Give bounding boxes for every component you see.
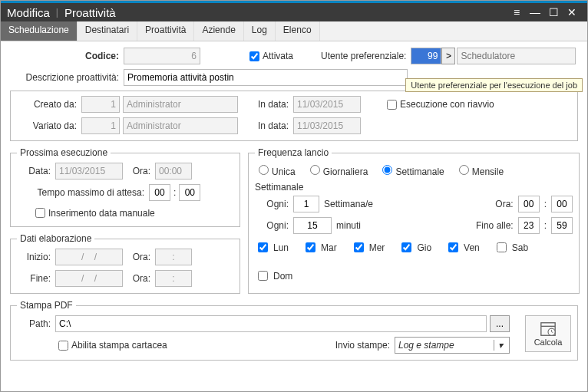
- label-tempo-massimo: Tempo massimo di attesa:: [17, 187, 149, 198]
- title-separator: |: [56, 7, 58, 18]
- menu-icon[interactable]: ≡: [507, 6, 526, 18]
- label-settimanale: Settimanale: [395, 166, 444, 177]
- field-tempo-h[interactable]: [149, 184, 170, 201]
- checkbox-dom[interactable]: [258, 271, 268, 281]
- field-ora-h[interactable]: [518, 196, 540, 212]
- checkbox-mar[interactable]: [306, 242, 315, 252]
- field-utente-pref[interactable]: [411, 48, 441, 64]
- field-fino-h[interactable]: [518, 217, 540, 234]
- checkbox-ven[interactable]: [448, 242, 458, 252]
- checkbox-mer[interactable]: [354, 242, 364, 252]
- radio-unica[interactable]: [259, 165, 269, 175]
- title-right: Proattività: [64, 6, 116, 19]
- label-path: Path:: [17, 318, 55, 329]
- checkbox-esecuzione-riavvio[interactable]: [387, 100, 397, 110]
- tab-proattivita[interactable]: Proattività: [137, 21, 194, 41]
- field-fine-ora[interactable]: [155, 270, 192, 287]
- field-schedulatore[interactable]: [457, 48, 576, 64]
- fieldset-audit: Creato da: In data: Esecuzione con riavv…: [10, 91, 578, 141]
- label-minuti: minuti: [332, 220, 361, 231]
- field-creato-id: [81, 96, 120, 113]
- lookup-utente-button[interactable]: >: [441, 48, 455, 64]
- label-codice: Codice:: [10, 51, 124, 61]
- checkbox-abilita-stampa[interactable]: [58, 341, 68, 351]
- field-variato-name: [123, 117, 238, 134]
- checkbox-sab[interactable]: [497, 242, 507, 252]
- close-icon[interactable]: ✕: [563, 6, 581, 18]
- field-fino-m[interactable]: [551, 217, 573, 234]
- label-abilita-stampa: Abilita stampa cartacea: [71, 340, 167, 351]
- label-variato-da: Variato da:: [17, 120, 81, 131]
- label-utente-pref: Utente preferenziale:: [321, 51, 411, 61]
- label-mensile: Mensile: [472, 166, 504, 177]
- checkbox-gio[interactable]: [401, 242, 411, 252]
- field-creato-name: [123, 96, 238, 113]
- field-tempo-m[interactable]: [179, 184, 200, 201]
- label-ogni-2: Ogni:: [255, 220, 293, 231]
- checkbox-lun[interactable]: [258, 242, 268, 252]
- radio-mensile[interactable]: [459, 165, 469, 175]
- checkbox-attivata[interactable]: [249, 51, 259, 61]
- radio-settimanale[interactable]: [382, 165, 392, 175]
- subgroup-settimanale-label: Settimanale: [255, 182, 573, 193]
- calendar-clock-icon: [540, 321, 557, 338]
- label-fine: Fine:: [17, 273, 55, 284]
- fieldset-frequenza: Frequenza lancio Unica Giornaliera Setti…: [248, 147, 580, 294]
- chevron-right-icon: >: [446, 51, 451, 61]
- field-prossima-data[interactable]: [55, 163, 123, 180]
- tab-aziende[interactable]: Aziende: [194, 21, 243, 41]
- label-dom: Dom: [273, 271, 292, 282]
- label-in-data-1: In data:: [238, 99, 293, 110]
- select-invio-stampe[interactable]: Log e stampe ▾: [395, 337, 510, 354]
- label-unica: Unica: [272, 166, 296, 177]
- label-esecuzione-riavvio: Esecuzione con riavvio: [400, 99, 494, 110]
- label-gio: Gio: [417, 242, 431, 253]
- time-colon-1: :: [170, 187, 179, 198]
- label-in-data-2: In data:: [238, 120, 293, 131]
- select-invio-stampe-value: Log e stampe: [398, 340, 454, 351]
- field-path[interactable]: [55, 315, 487, 332]
- field-codice[interactable]: [124, 48, 200, 64]
- label-ogni-1: Ogni:: [255, 199, 293, 209]
- fieldset-prossima-esecuzione: Prossima esecuzione Data: Ora: Tempo mas…: [10, 147, 240, 227]
- titlebar: Modifica | Proattività ≡ — ☐ ✕: [1, 3, 587, 21]
- field-descrizione[interactable]: [124, 69, 408, 86]
- title-left: Modifica: [7, 6, 50, 19]
- time-colon-2: :: [540, 199, 551, 209]
- label-lun: Lun: [273, 242, 289, 253]
- field-ora-m[interactable]: [551, 196, 573, 212]
- field-fine-data[interactable]: [55, 270, 123, 287]
- tab-elenco[interactable]: Elenco: [276, 21, 320, 41]
- label-ora-3: Ora:: [123, 273, 155, 284]
- legend-frequenza: Frequenza lancio: [255, 147, 332, 158]
- window: Modifica | Proattività ≡ — ☐ ✕ Schedulaz…: [0, 0, 588, 392]
- label-invio-stampe: Invio stampe:: [335, 340, 395, 351]
- checkbox-inserimento-manuale[interactable]: [35, 208, 45, 218]
- tab-destinatari[interactable]: Destinatari: [78, 21, 137, 41]
- field-prossima-ora[interactable]: [155, 163, 192, 180]
- field-creato-data: [293, 96, 361, 113]
- field-variato-id: [81, 117, 120, 134]
- label-ora-4: Ora:: [495, 199, 517, 209]
- calcola-button[interactable]: Calcola: [525, 315, 571, 352]
- tab-schedulazione[interactable]: Schedulazione: [1, 21, 78, 41]
- days-row: Lun Mar Mer Gio Ven Sab Dom: [255, 240, 573, 283]
- browse-path-button[interactable]: ...: [490, 315, 510, 332]
- field-ogni-minuti[interactable]: [293, 217, 332, 234]
- chevron-down-icon: ▾: [494, 340, 506, 351]
- label-ora-1: Ora:: [123, 166, 155, 176]
- tab-bar: Schedulazione Destinatari Proattività Az…: [1, 21, 587, 41]
- label-mar: Mar: [321, 242, 337, 253]
- maximize-icon[interactable]: ☐: [544, 6, 563, 18]
- label-data: Data:: [17, 166, 55, 176]
- radio-giornaliera[interactable]: [310, 165, 320, 175]
- field-inizio-data[interactable]: [55, 249, 123, 265]
- label-mer: Mer: [369, 242, 385, 253]
- field-ogni-settimane[interactable]: [293, 196, 319, 212]
- tab-log[interactable]: Log: [244, 21, 276, 41]
- tooltip-utente-pref: Utente preferenziale per l'esecuzione de…: [405, 78, 583, 92]
- field-inizio-ora[interactable]: [155, 249, 192, 265]
- minimize-icon[interactable]: —: [526, 6, 544, 18]
- fieldset-stampa-pdf: Stampa PDF Path: ... Abilita stampa cart…: [10, 300, 578, 361]
- label-inserimento-manuale: Inserimento data manuale: [48, 208, 155, 219]
